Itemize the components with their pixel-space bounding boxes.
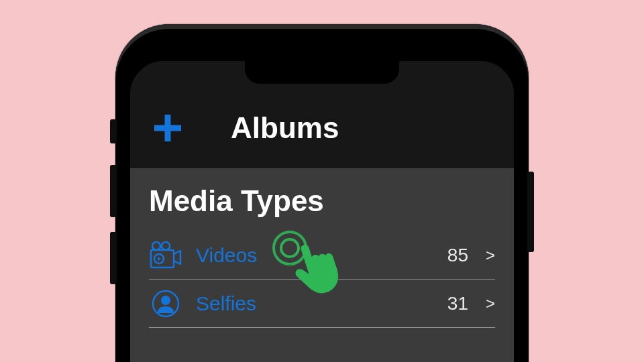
add-album-button[interactable]: [150, 111, 185, 145]
phone-frame: Albums Media Types Videos 85 >: [115, 24, 529, 362]
row-count: 31: [447, 293, 468, 314]
row-count: 85: [447, 245, 468, 266]
svg-point-8: [161, 296, 170, 305]
phone-side-button: [110, 165, 117, 217]
row-label: Selfies: [196, 292, 434, 315]
row-label: Videos: [196, 244, 434, 267]
plus-icon: [152, 112, 184, 144]
svg-marker-4: [158, 257, 161, 261]
svg-point-6: [162, 242, 170, 250]
phone-screen: Albums Media Types Videos 85 >: [130, 61, 514, 362]
phone-side-button: [110, 232, 117, 284]
page-title: Albums: [231, 111, 339, 145]
section-title: Media Types: [149, 184, 495, 218]
phone-side-button: [110, 119, 117, 143]
svg-point-5: [152, 242, 160, 250]
person-circle-icon: [149, 287, 182, 320]
chevron-right-icon: >: [486, 246, 495, 265]
video-camera-icon: [149, 239, 182, 272]
media-type-row-videos[interactable]: Videos 85 >: [149, 231, 495, 280]
phone-notch: [245, 61, 399, 84]
content-area: Media Types Videos 85 >: [130, 168, 514, 362]
chevron-right-icon: >: [486, 294, 495, 313]
phone-side-button: [527, 172, 534, 252]
media-type-row-selfies[interactable]: Selfies 31 >: [149, 280, 495, 328]
